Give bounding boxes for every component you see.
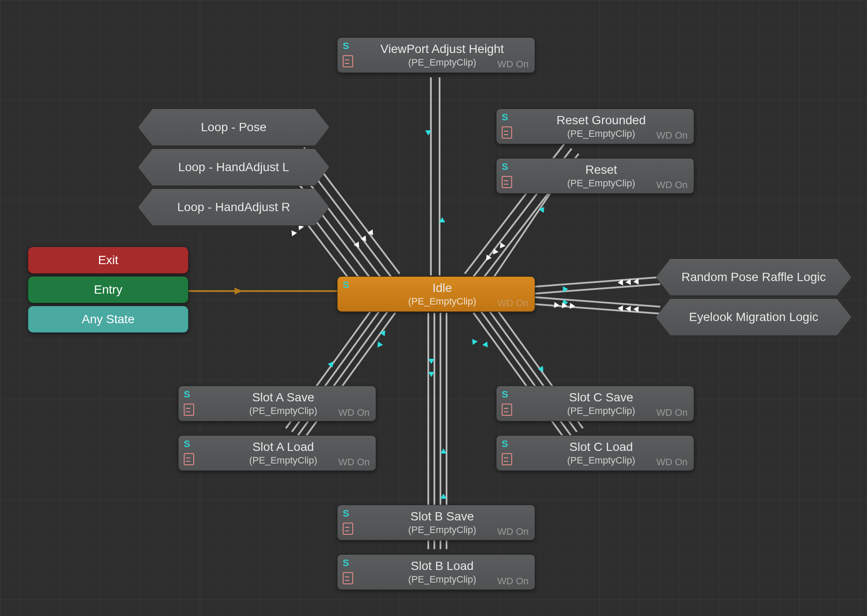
wd-label: WD On (338, 457, 370, 468)
behaviour-icon (502, 176, 512, 188)
substate-loop-hand-r[interactable]: Loop - HandAdjust R (138, 189, 329, 226)
sync-badge: S (502, 389, 508, 400)
title: Idle (357, 281, 527, 295)
sync-badge: S (502, 161, 508, 172)
wd-label: WD On (497, 576, 529, 587)
title: Slot A Save (199, 391, 368, 404)
wd-label: WD On (656, 130, 688, 141)
behaviour-icon (502, 126, 512, 139)
exit-node[interactable]: Exit (28, 247, 189, 274)
title: Slot A Load (199, 440, 368, 454)
state-reset-grounded[interactable]: S Reset Grounded (PE_EmptyClip) WD On (496, 109, 694, 144)
behaviour-icon (343, 523, 353, 535)
sync-badge: S (184, 438, 190, 450)
title: Slot B Save (357, 510, 527, 523)
state-slot-c-save[interactable]: S Slot C Save (PE_EmptyClip) WD On (496, 386, 694, 421)
wd-label: WD On (656, 179, 688, 191)
sync-badge: S (184, 389, 190, 400)
state-viewport-adjust-height[interactable]: S ViewPort Adjust Height (PE_EmptyClip) … (337, 37, 535, 73)
wd-label: WD On (497, 59, 529, 70)
substate-loop-pose[interactable]: Loop - Pose (138, 109, 329, 146)
sync-badge: S (343, 40, 349, 52)
title: Slot B Load (357, 559, 527, 573)
label: Entry (94, 283, 122, 297)
sync-badge: S (343, 508, 349, 519)
state-idle-default[interactable]: S Idle (PE_EmptyClip) WD On (337, 276, 535, 312)
substate-eyelook[interactable]: Eyelook Migration Logic (656, 298, 851, 336)
wd-label: WD On (497, 298, 529, 309)
behaviour-icon (343, 572, 353, 584)
sync-badge: S (343, 557, 349, 569)
sync-badge: S (502, 438, 508, 450)
state-slot-a-save[interactable]: S Slot A Save (PE_EmptyClip) WD On (178, 386, 376, 421)
label: Eyelook Migration Logic (689, 310, 818, 324)
label: Loop - HandAdjust R (177, 200, 290, 214)
wd-label: WD On (656, 407, 688, 418)
title: Reset (516, 163, 686, 177)
sync-badge: S (502, 112, 508, 123)
title: Slot C Save (516, 391, 686, 404)
label: Any State (82, 312, 134, 326)
behaviour-icon (184, 404, 194, 416)
state-slot-a-load[interactable]: S Slot A Load (PE_EmptyClip) WD On (178, 435, 376, 471)
title: Slot C Load (516, 440, 686, 454)
wd-label: WD On (338, 407, 370, 418)
sync-badge: S (343, 279, 349, 291)
behaviour-icon (502, 453, 512, 465)
wd-label: WD On (656, 457, 688, 468)
behaviour-icon (502, 404, 512, 416)
entry-node[interactable]: Entry (28, 276, 189, 303)
state-slot-b-load[interactable]: S Slot B Load (PE_EmptyClip) WD On (337, 554, 535, 590)
title: ViewPort Adjust Height (357, 42, 527, 56)
any-state-node[interactable]: Any State (28, 306, 189, 333)
state-reset[interactable]: S Reset (PE_EmptyClip) WD On (496, 158, 694, 194)
wd-label: WD On (497, 526, 529, 537)
title: Reset Grounded (516, 113, 686, 127)
label: Loop - Pose (201, 120, 267, 134)
state-slot-b-save[interactable]: S Slot B Save (PE_EmptyClip) WD On (337, 505, 535, 540)
label: Random Pose Raffle Logic (682, 270, 826, 284)
behaviour-icon (184, 453, 194, 465)
substate-loop-hand-l[interactable]: Loop - HandAdjust L (138, 149, 329, 186)
label: Loop - HandAdjust L (178, 160, 289, 174)
animator-graph-canvas[interactable]: Exit Entry Any State Loop - Pose Loop - … (0, 0, 867, 616)
state-slot-c-load[interactable]: S Slot C Load (PE_EmptyClip) WD On (496, 435, 694, 471)
behaviour-icon (343, 55, 353, 67)
substate-random-raffle[interactable]: Random Pose Raffle Logic (656, 258, 851, 296)
label: Exit (98, 253, 119, 267)
